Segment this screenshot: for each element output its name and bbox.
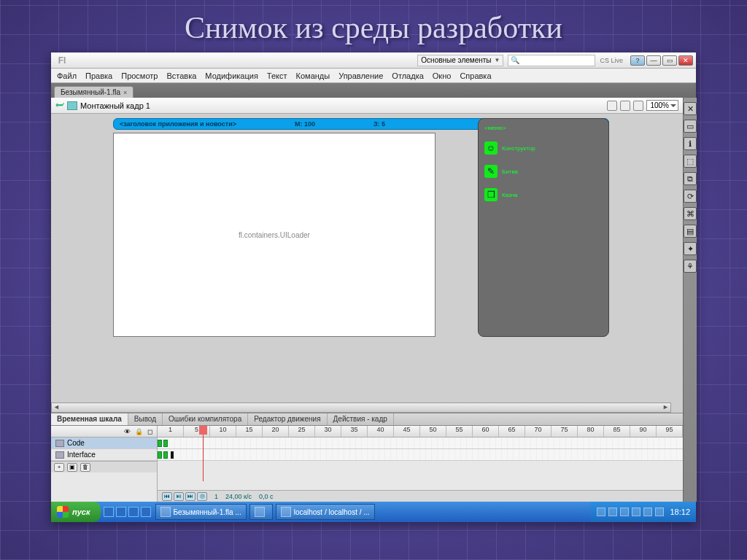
tool-button[interactable]: ⬚ <box>684 155 697 168</box>
document-tab[interactable]: Безымянный-1.fla × <box>54 86 133 98</box>
app-titlebar: Fl Основные элементы ▼ 🔍 CS Live ? — ▭ ✕ <box>51 52 696 69</box>
ruler-tick: 50 <box>420 426 446 437</box>
edit-symbol-icon[interactable] <box>620 101 630 111</box>
quick-launch-icon[interactable] <box>104 507 114 517</box>
menu-правка[interactable]: Правка <box>85 71 112 80</box>
quick-launch-icon[interactable] <box>128 507 139 517</box>
panel-tab[interactable]: Ошибки компилятора <box>163 413 248 425</box>
playhead[interactable] <box>203 426 204 481</box>
cs-live-link[interactable]: CS Live <box>600 57 623 64</box>
panel-tab[interactable]: Вывод <box>128 413 163 425</box>
outline-icon[interactable]: ◻ <box>147 428 152 435</box>
frame-nav-icon[interactable]: ⏭ <box>185 492 196 501</box>
menu-окно[interactable]: Окно <box>433 71 452 80</box>
keyframe-icon[interactable] <box>163 451 168 459</box>
frames-column[interactable]: 15101520253035404550556065707580859095 ⏮ <box>158 426 683 502</box>
keyframe-icon[interactable] <box>158 440 162 447</box>
windows-logo-icon <box>57 506 69 518</box>
tray-icon[interactable] <box>597 508 605 516</box>
layer-row[interactable]: Interface <box>51 449 157 461</box>
taskbar-item-label: Безымянный-1.fla ... <box>174 508 241 516</box>
layer-name: Code <box>67 439 85 447</box>
menu-просмотр[interactable]: Просмотр <box>121 71 158 80</box>
quick-launch-icon[interactable] <box>116 507 126 517</box>
panel-tab[interactable]: Временная шкала <box>51 413 128 425</box>
close-button[interactable]: ✕ <box>678 55 693 66</box>
track-row[interactable] <box>158 438 683 449</box>
preview-menu-panel: <меню> ☺Конструктор✎Битва❒Казна <box>478 118 609 337</box>
onion-skin-icon[interactable]: ◎ <box>197 492 207 501</box>
preview-menu-item[interactable]: ☺Конструктор <box>484 141 603 155</box>
taskbar-item[interactable]: localhost / localhost / ... <box>276 504 375 520</box>
tool-button[interactable]: ▤ <box>684 225 697 238</box>
ruler-tick: 65 <box>499 426 525 437</box>
track-row[interactable] <box>158 449 683 461</box>
taskbar-item-label: localhost / localhost / ... <box>294 508 370 516</box>
preview-menu-item[interactable]: ✎Битва <box>484 165 603 178</box>
tool-button[interactable]: ⧉ <box>684 172 697 185</box>
frame-nav-icon[interactable]: ⏯ <box>174 492 184 501</box>
scene-name: Монтажный кадр 1 <box>80 101 150 110</box>
new-folder-button[interactable]: ▣ <box>67 463 77 472</box>
panel-tab[interactable]: Действия - кадр <box>328 413 394 425</box>
zoom-value: 100% <box>650 101 669 109</box>
ruler-tick: 90 <box>630 426 657 437</box>
quick-launch-icon[interactable] <box>141 507 151 517</box>
tray-icon[interactable] <box>643 508 652 516</box>
scene-back-icon[interactable]: ⮨ <box>55 101 64 111</box>
help-button[interactable]: ? <box>630 55 645 66</box>
edit-scene-icon[interactable] <box>607 101 617 111</box>
delete-layer-button[interactable]: 🗑 <box>80 463 90 472</box>
tray-icon[interactable] <box>620 508 629 516</box>
start-button[interactable]: пуск <box>51 502 101 522</box>
panel-tab[interactable]: Редактор движения <box>248 413 327 425</box>
tray-icon[interactable] <box>655 508 664 516</box>
tray-icon[interactable] <box>608 508 617 516</box>
scene-icon <box>67 101 77 110</box>
taskbar-item[interactable] <box>249 504 273 520</box>
maximize-button[interactable]: ▭ <box>662 55 677 66</box>
menu-команды[interactable]: Команды <box>296 71 330 80</box>
taskbar-item[interactable]: Безымянный-1.fla ... <box>155 504 247 520</box>
preview-money: М: 100 <box>295 120 315 128</box>
eye-icon[interactable]: 👁 <box>124 428 131 435</box>
preview-menu-item[interactable]: ❒Казна <box>484 188 603 201</box>
horizontal-scrollbar[interactable] <box>51 402 671 413</box>
workspace-selector[interactable]: Основные элементы ▼ <box>417 55 503 66</box>
tool-button[interactable]: ✦ <box>684 242 697 255</box>
menu-отладка[interactable]: Отладка <box>392 71 423 80</box>
ruler-tick: 1 <box>158 426 184 437</box>
document-tabstrip: Безымянный-1.fla × <box>51 83 696 98</box>
tool-button[interactable]: ⌘ <box>684 207 697 220</box>
menu-файл[interactable]: Файл <box>57 71 77 80</box>
frame-icon[interactable] <box>171 451 174 459</box>
menu-справка[interactable]: Справка <box>460 71 491 80</box>
keyframe-icon[interactable] <box>163 440 168 447</box>
close-icon[interactable]: × <box>123 89 127 96</box>
menu-управление[interactable]: Управление <box>338 71 383 80</box>
menu-item-icon: ✎ <box>484 165 498 178</box>
ruler-tick: 70 <box>525 426 551 437</box>
menu-item-icon: ☺ <box>484 141 498 155</box>
tool-button[interactable]: ▭ <box>684 120 697 133</box>
tool-button[interactable]: ℹ <box>684 137 697 150</box>
frame-footer: ⏮ ⏯ ⏭ ◎ 1 24,00 к/с 0,0 с <box>158 490 683 502</box>
search-input[interactable]: 🔍 <box>508 55 595 66</box>
lock-icon[interactable]: 🔒 <box>135 428 143 435</box>
tool-button[interactable]: ✕ <box>684 102 697 115</box>
tool-button[interactable]: ⚘ <box>684 260 697 273</box>
menu-текст[interactable]: Текст <box>267 71 287 80</box>
zoom-selector[interactable]: 100% <box>646 100 678 111</box>
layer-row[interactable]: Code <box>51 438 157 449</box>
tray-icon[interactable] <box>632 508 640 516</box>
minimize-button[interactable]: — <box>646 55 661 66</box>
stage-scroll[interactable]: <заголовок приложения и новости> М: 100 … <box>51 114 683 413</box>
new-layer-button[interactable]: + <box>54 463 64 472</box>
preview-header-text: <заголовок приложения и новости> <box>120 120 236 128</box>
keyframe-icon[interactable] <box>158 451 162 459</box>
frame-nav-icon[interactable]: ⏮ <box>162 492 172 501</box>
zoom-tool-icon[interactable] <box>633 101 643 111</box>
menu-модификация[interactable]: Модификация <box>205 71 258 80</box>
menu-вставка[interactable]: Вставка <box>166 71 196 80</box>
tool-button[interactable]: ⟳ <box>684 190 697 203</box>
